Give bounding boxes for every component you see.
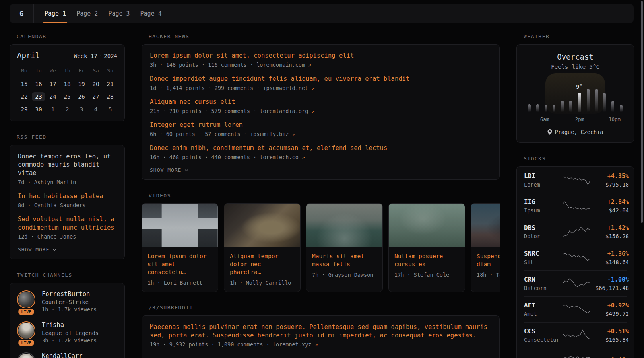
- hackernews-item-title[interactable]: Aliquam nec cursus elit: [150, 98, 491, 106]
- twitch-channel-info: KendallCarr: [42, 352, 83, 358]
- calendar-grid: MoTuWeThFrSaSu15161718192021222324252627…: [17, 65, 117, 115]
- stock-id: AHS: [524, 356, 562, 358]
- video-card-body: Suspendisse diam18h · Tara: [471, 247, 500, 284]
- video-title[interactable]: Mauris sit amet massa felis: [312, 252, 377, 268]
- stock-name: Bitcorn: [524, 285, 562, 291]
- stock-row[interactable]: SNRCSit+1.36%$148.64: [524, 245, 627, 270]
- nav-tab[interactable]: Page 3: [103, 4, 135, 23]
- rss-item-title[interactable]: Donec tempor eros leo, ut commodo mauris…: [18, 152, 116, 177]
- weather-bar: [569, 101, 572, 112]
- hackernews-item: Donec enim nibh, condimentum et accumsan…: [150, 144, 491, 160]
- weather-condition: Overcast: [524, 53, 627, 61]
- dashboard-grid: CALENDAR April Week 17·2024 MoTuWeThFrSa…: [0, 23, 644, 358]
- twitch-channel-name[interactable]: KendallCarr: [42, 352, 83, 358]
- nav-tab[interactable]: Page 2: [71, 4, 103, 23]
- video-card[interactable]: Suspendisse diam18h · Tara: [471, 203, 500, 292]
- video-title[interactable]: Lorem ipsum dolor sit amet consectetu…: [147, 252, 212, 276]
- stock-change: +1.36%: [591, 250, 629, 257]
- calendar-day: 15: [17, 78, 31, 90]
- video-card[interactable]: Mauris sit amet massa felis7h · Grayson …: [306, 203, 383, 292]
- video-title[interactable]: Aliquam tempor dolor nec pharetra…: [230, 252, 295, 276]
- stocks-section: STOCKS LDILorem+4.35%$795.18IIGIpsum+2.8…: [516, 156, 634, 358]
- stock-row[interactable]: LDILorem+4.35%$795.18: [524, 167, 627, 193]
- video-card[interactable]: Lorem ipsum dolor sit amet consectetu…1h…: [142, 203, 218, 292]
- video-thumbnail[interactable]: [306, 204, 382, 247]
- subreddit-item-title[interactable]: Maecenas mollis pulvinar erat non posuer…: [150, 323, 491, 340]
- nav-tab[interactable]: Page 1: [39, 4, 71, 23]
- hackernews-item-title[interactable]: Integer eget rutrum lorem: [150, 121, 491, 129]
- avatar[interactable]: [17, 352, 35, 358]
- video-title[interactable]: Suspendisse diam: [477, 252, 500, 268]
- weather-bar: [587, 89, 590, 112]
- rss-show-more-button[interactable]: SHOW MORE: [18, 247, 116, 253]
- external-link-icon[interactable]: ↗: [292, 131, 295, 137]
- video-thumbnail[interactable]: [142, 204, 218, 247]
- hackernews-item-title[interactable]: Donec imperdiet augue tincidunt felis al…: [150, 75, 491, 83]
- video-thumbnail[interactable]: [471, 204, 500, 247]
- video-card[interactable]: Aliquam tempor dolor nec pharetra…1h · M…: [224, 203, 301, 292]
- stock-ticker: AHS: [524, 356, 562, 358]
- twitch-channel-name[interactable]: Trisha: [42, 321, 99, 329]
- calendar-day: 18: [60, 78, 74, 90]
- page-scrollbar-thumb[interactable]: [641, 1, 643, 223]
- stock-change: +2.84%: [591, 198, 629, 206]
- video-thumbnail[interactable]: [224, 204, 300, 247]
- calendar-section: CALENDAR April Week 17·2024 MoTuWeThFrSa…: [10, 33, 125, 121]
- external-link-icon[interactable]: ↗: [315, 341, 318, 348]
- twitch-channel-list: LIVEForrestBurtonCounter-Strike1h · 1.7k…: [17, 290, 117, 358]
- stock-row[interactable]: AHS+0.46%: [524, 348, 627, 358]
- top-nav-bar: G Page 1Page 2Page 3Page 4: [10, 4, 634, 23]
- subreddit-widget: Maecenas mollis pulvinar erat non posuer…: [142, 315, 500, 358]
- rss-item: Donec tempor eros leo, ut commodo mauris…: [18, 152, 116, 185]
- avatar[interactable]: [17, 290, 35, 309]
- nav-tab[interactable]: Page 4: [135, 4, 167, 23]
- hackernews-item-title[interactable]: Donec enim nibh, condimentum et accumsan…: [150, 144, 491, 152]
- hackernews-show-more-button[interactable]: SHOW MORE: [150, 167, 491, 173]
- external-link-icon[interactable]: ↗: [311, 108, 314, 114]
- calendar-day-selected: 23: [31, 91, 46, 103]
- weather-location: Prague, Czechia: [524, 129, 627, 135]
- app-logo[interactable]: G: [10, 4, 33, 23]
- stock-row[interactable]: CRNBitcorn-1.00%$66,171.48: [524, 270, 627, 296]
- rss-item-meta: 8d · Cynthia Saunders: [18, 202, 116, 208]
- calendar-day: 29: [17, 103, 31, 115]
- stock-sparkline-wrap: [562, 353, 591, 358]
- stock-row[interactable]: DBSDolor+1.42%$156.28: [524, 219, 627, 245]
- stock-ticker: SNRC: [524, 250, 562, 257]
- external-link-icon[interactable]: ↗: [311, 85, 314, 91]
- hackernews-item-title[interactable]: Lorem ipsum dolor sit amet, consectetur …: [150, 52, 491, 60]
- rss-section: RSS FEED Donec tempor eros leo, ut commo…: [10, 134, 125, 259]
- stock-row[interactable]: AETAmet+0.92%$499.72: [524, 296, 627, 322]
- external-link-icon[interactable]: ↗: [302, 154, 305, 160]
- calendar-day: 19: [74, 78, 89, 90]
- chevron-down-icon: [184, 168, 189, 173]
- hackernews-item: Integer eget rutrum lorem6h · 60 points …: [150, 121, 491, 137]
- stock-row[interactable]: IIGIpsum+2.84%$42.04: [524, 193, 627, 219]
- subreddit-section-title: /R/SUBREDDIT: [149, 305, 500, 311]
- stock-name: Sit: [524, 259, 562, 265]
- video-card-body: Nullam posuere cursus ex17h · Stefan Col…: [389, 247, 465, 284]
- video-card[interactable]: Nullam posuere cursus ex17h · Stefan Col…: [388, 203, 465, 292]
- video-thumbnail[interactable]: [389, 204, 465, 247]
- stock-sparkline: [562, 329, 591, 342]
- calendar-day: 26: [74, 91, 89, 103]
- twitch-channel-row[interactable]: LIVEForrestBurtonCounter-Strike1h · 1.7k…: [17, 290, 117, 313]
- rss-item-title[interactable]: In hac habitasse platea: [18, 192, 116, 200]
- twitch-widget: LIVEForrestBurtonCounter-Strike1h · 1.7k…: [10, 283, 125, 358]
- external-link-icon[interactable]: ↗: [308, 62, 311, 68]
- weather-bar-current: 9°: [578, 93, 581, 112]
- calendar-weekday: Sa: [89, 65, 103, 76]
- weather-bar: [620, 105, 623, 112]
- left-column: CALENDAR April Week 17·2024 MoTuWeThFrSa…: [10, 33, 125, 358]
- twitch-channel-name[interactable]: ForrestBurton: [42, 290, 97, 298]
- rss-item-title[interactable]: Sed volutpat nulla nisl, a condimentum n…: [18, 215, 116, 232]
- avatar[interactable]: [17, 321, 35, 340]
- stock-name: Amet: [524, 311, 562, 317]
- video-title[interactable]: Nullam posuere cursus ex: [394, 252, 459, 268]
- stock-change: -1.00%: [591, 276, 629, 283]
- twitch-channel-row[interactable]: LIVETrishaLeague of Legends3h · 1.2k vie…: [17, 321, 117, 344]
- twitch-channel-row[interactable]: KendallCarr: [17, 352, 117, 358]
- weather-hourly-chart: 9°: [527, 76, 623, 112]
- stock-row[interactable]: CCSConsectetur+0.51%$165.84: [524, 322, 627, 348]
- hackernews-item: Lorem ipsum dolor sit amet, consectetur …: [150, 52, 491, 68]
